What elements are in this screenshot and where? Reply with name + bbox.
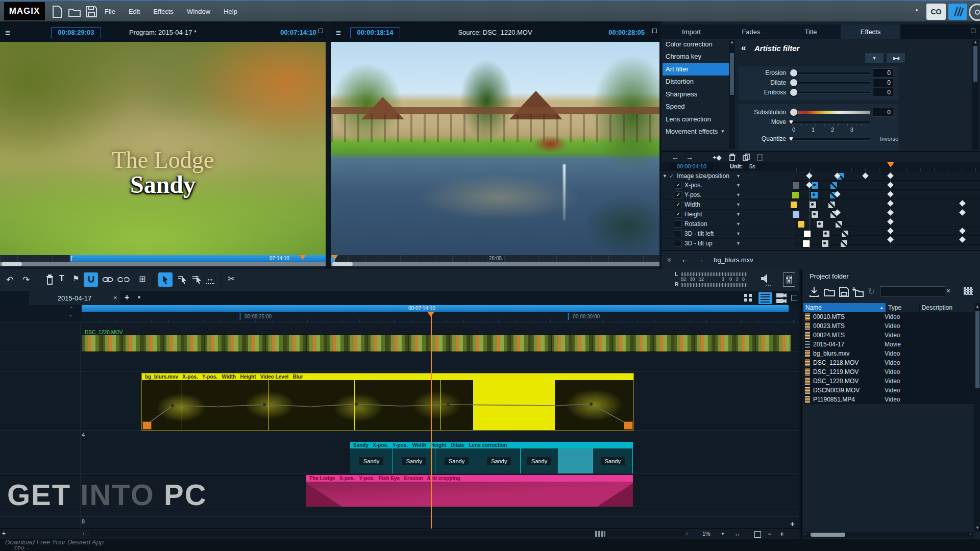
effects-category[interactable]: Sharpness	[663, 88, 729, 101]
mouse-mode-single-icon[interactable]	[178, 275, 188, 284]
speaker-more-icon[interactable]: ...	[766, 281, 772, 287]
project-scroll-down-icon[interactable]: ▼	[975, 525, 979, 530]
row-checkbox[interactable]: ✓	[675, 182, 682, 189]
keyframe-row[interactable]: ✓ Height ▼	[662, 210, 795, 219]
paste-keyframe-icon[interactable]	[757, 154, 763, 161]
program-range-start-handle[interactable]: [	[71, 255, 72, 262]
timeline-playhead-marker[interactable]	[427, 312, 434, 317]
row-curve-button[interactable]	[828, 201, 836, 209]
sandy-clip[interactable]: Sandy X-pos. Y-pos. Width Height Dilate …	[350, 442, 633, 473]
timeline-hscroll-handle[interactable]	[594, 531, 605, 537]
next-object-icon[interactable]: →	[696, 255, 704, 264]
redo-icon[interactable]: ↷	[22, 274, 30, 285]
project-file-row[interactable]: DSC_1218.MOV Video	[803, 358, 974, 367]
marker-icon[interactable]: ⚑	[72, 274, 79, 283]
sandy-segment[interactable]	[558, 448, 593, 473]
sandy-segment[interactable]: Sandy	[435, 448, 478, 473]
keyframe-unit-value[interactable]: 5s	[749, 163, 755, 169]
row-color-swatch[interactable]	[792, 211, 800, 218]
effects-category[interactable]: Movement effects▼	[663, 126, 729, 138]
project-hscroll-left-icon[interactable]: ‹	[804, 532, 806, 537]
group-check-icon[interactable]: ✓	[669, 173, 674, 180]
row-visibility-button[interactable]	[822, 230, 830, 238]
slider-value[interactable]: 0	[873, 88, 893, 97]
project-file-row[interactable]: P1190851.MP4 Video	[803, 395, 974, 404]
sandy-segment[interactable]: Sandy	[593, 448, 633, 473]
project-vscrollbar[interactable]: ▲ ▼	[974, 303, 980, 532]
source-detach-icon[interactable]	[652, 29, 657, 33]
project-file-row[interactable]: DSCN0039.MOV Video	[803, 386, 974, 395]
group-expand-icon[interactable]: ▼	[663, 173, 667, 179]
prev-object-icon[interactable]: ←	[681, 255, 689, 264]
keyframe-row[interactable]: Rotation ▼	[662, 219, 795, 229]
delete-keyframe-icon[interactable]	[729, 154, 736, 161]
snap-toggle-active[interactable]	[84, 272, 98, 287]
effects-scrollbar[interactable]: ▲	[972, 40, 979, 150]
category-scroll-thumb[interactable]	[730, 53, 734, 95]
row-curve-button[interactable]	[840, 240, 848, 247]
refresh-icon[interactable]: ↻	[868, 286, 875, 297]
row-checkbox[interactable]	[675, 240, 682, 247]
project-file-row[interactable]: 00023.MTS Video	[803, 321, 974, 331]
menu-item[interactable]: File	[105, 8, 115, 15]
effects-tab[interactable]: Import	[662, 24, 721, 39]
source-playhead-marker[interactable]	[332, 255, 338, 260]
link-icon[interactable]	[102, 274, 113, 285]
hscroll-right-icon[interactable]: ›	[686, 531, 688, 536]
substitution-thumb[interactable]	[790, 109, 797, 116]
project-file-row[interactable]: bg_blurs.mxv Video	[803, 349, 974, 358]
row-color-swatch[interactable]	[792, 191, 799, 199]
unlink-icon[interactable]	[117, 274, 130, 285]
menu-item[interactable]: Window	[187, 8, 210, 15]
movie-tab-close-icon[interactable]: ×	[113, 294, 117, 302]
project-scroll-up-icon[interactable]: ▲	[975, 304, 979, 309]
project-hscrollbar[interactable]: ‹ ›	[803, 532, 974, 538]
row-dropdown-icon[interactable]: ▼	[736, 221, 741, 227]
keyframe-row[interactable]: 3D - tilt up ▼	[662, 239, 795, 248]
row-visibility-button[interactable]	[816, 220, 824, 228]
row-checkbox[interactable]: ✓	[675, 211, 682, 218]
timeline-hscrollbar[interactable]	[90, 531, 684, 537]
project-file-row[interactable]: 2015-04-17 Movie	[803, 340, 974, 349]
zoom-level-value[interactable]: 1%	[702, 531, 710, 537]
keyframe-row[interactable]: 3D - tilt left ▼	[662, 229, 795, 239]
move-track[interactable]: ♥	[792, 118, 870, 126]
ruler-option-icon[interactable]: ⌃	[69, 306, 74, 311]
keyframe-timecode[interactable]: 00:00:04:10	[670, 163, 714, 170]
column-header-name[interactable]: Name ▲	[803, 303, 886, 312]
program-playhead-marker[interactable]	[300, 255, 306, 260]
back-icon[interactable]: «	[741, 43, 746, 53]
row-visibility-button[interactable]	[811, 211, 819, 218]
effects-detach-icon[interactable]	[971, 29, 975, 33]
effects-tab[interactable]: Effects	[841, 24, 900, 39]
ruler-range-bar[interactable]: 00:07:14:10	[82, 305, 789, 312]
preset-dropdown-button[interactable]: ▼	[865, 53, 884, 64]
next-keyframe-icon[interactable]: →	[686, 153, 693, 161]
title-tool-icon[interactable]: T	[59, 274, 64, 283]
bg-blurs-clip[interactable]: bg_blurs.mxv X-pos. Y-pos. Width Height …	[141, 373, 634, 431]
copy-keyframe-icon[interactable]	[743, 154, 750, 161]
zoom-level-dropdown-icon[interactable]: ▼	[721, 532, 725, 536]
mixer-icon[interactable]	[783, 272, 795, 287]
program-scrub-bar[interactable]: [ 07:14:10	[0, 255, 326, 262]
effects-category[interactable]: Distortion	[663, 76, 729, 88]
timeline-mode-icon[interactable]	[758, 292, 772, 304]
edit-tools-button[interactable]	[948, 4, 967, 20]
hscroll-left-icon[interactable]: ‹	[83, 531, 84, 536]
sandy-segment[interactable]: Sandy	[521, 448, 558, 473]
substitution-track[interactable]	[792, 109, 870, 116]
project-file-row[interactable]: 00024.MTS Video	[803, 331, 974, 340]
save-icon[interactable]	[839, 287, 849, 297]
row-visibility-button[interactable]	[811, 191, 818, 199]
effects-category[interactable]: Art filter	[663, 63, 729, 76]
video-clip-track1[interactable]	[82, 335, 791, 352]
stretch-mode-icon[interactable]: ↔	[206, 274, 214, 284]
scroll-up-icon[interactable]: ▲	[730, 40, 734, 44]
row-color-swatch[interactable]	[802, 240, 810, 247]
zoom-in-icon[interactable]: +	[780, 530, 784, 538]
row-dropdown-icon[interactable]: ▼	[736, 241, 741, 246]
effects-category[interactable]: Speed	[663, 101, 729, 113]
row-color-swatch[interactable]	[797, 220, 805, 228]
row-curve-button[interactable]	[841, 230, 849, 238]
new-folder-icon[interactable]	[852, 287, 864, 297]
